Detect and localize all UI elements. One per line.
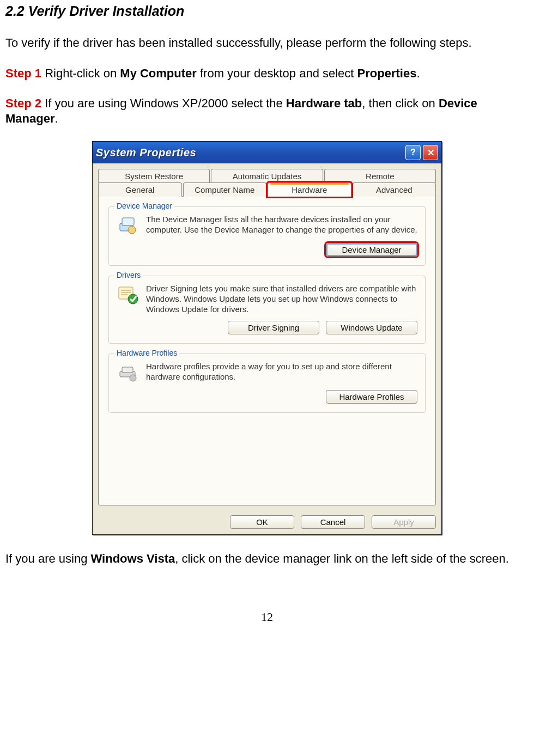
cancel-button[interactable]: Cancel — [301, 515, 365, 529]
section-heading: 2.2 Verify Driver Installation — [5, 3, 529, 19]
svg-point-7 — [130, 375, 136, 381]
group-hardware-profiles: Hardware Profiles Hardware profile — [108, 353, 426, 413]
svg-point-2 — [128, 226, 136, 234]
text-bold: My Computer — [120, 66, 197, 80]
tab-hardware-label: Hardware — [292, 185, 327, 194]
vista-paragraph: If you are using Windows Vista, click on… — [5, 551, 529, 566]
tab-computer-name[interactable]: Computer Name — [183, 182, 267, 197]
group-text: The Device Manager lists all the hardwar… — [146, 215, 417, 236]
tab-remote[interactable]: Remote — [324, 169, 436, 183]
ok-button[interactable]: OK — [230, 515, 294, 529]
xp-dialog: System Properties ? ✕ System Restore Aut… — [92, 141, 442, 535]
group-text: Driver Signing lets you make sure that i… — [146, 284, 417, 314]
text: , click on the device manager link on th… — [175, 552, 509, 565]
tab-automatic-updates[interactable]: Automatic Updates — [211, 169, 323, 183]
text-bold: Properties — [357, 66, 417, 80]
text: . — [54, 112, 58, 125]
text: Right-click on — [41, 66, 120, 80]
tab-advanced[interactable]: Advanced — [353, 182, 436, 197]
tab-general[interactable]: General — [98, 182, 182, 197]
apply-button[interactable]: Apply — [372, 515, 436, 529]
window-title: System Properties — [96, 147, 196, 159]
close-icon[interactable]: ✕ — [423, 145, 438, 160]
step-1-label: Step 1 — [5, 66, 41, 80]
text: , then click on — [362, 96, 439, 110]
text: If you are using Windows XP/2000 select … — [41, 96, 286, 110]
text: . — [416, 66, 420, 80]
text: from your desktop and select — [197, 66, 357, 80]
dialog-buttons: OK Cancel Apply — [93, 513, 441, 534]
tabs: System Restore Automatic Updates Remote … — [98, 169, 436, 505]
help-icon[interactable]: ? — [405, 145, 421, 160]
screenshot-system-properties: System Properties ? ✕ System Restore Aut… — [5, 141, 529, 535]
group-label: Hardware Profiles — [114, 349, 179, 357]
hardware-profiles-button[interactable]: Hardware Profiles — [326, 390, 417, 404]
driver-signing-button[interactable]: Driver Signing — [228, 321, 319, 334]
windows-update-button[interactable]: Windows Update — [326, 321, 417, 334]
group-device-manager: Device Manager The Device Manager — [108, 206, 426, 266]
text-bold: Hardware tab — [286, 96, 362, 110]
titlebar: System Properties ? ✕ — [93, 142, 441, 163]
step-1-paragraph: Step 1 Right-click on My Computer from y… — [5, 66, 529, 81]
tab-hardware[interactable]: Hardware — [268, 182, 351, 197]
tab-panel-hardware: Device Manager The Device Manager — [98, 196, 436, 505]
text-bold: Windows Vista — [91, 552, 175, 565]
text: If you are using — [5, 552, 91, 565]
device-manager-icon — [117, 215, 138, 236]
svg-point-4 — [128, 294, 138, 304]
device-manager-button[interactable]: Device Manager — [326, 243, 417, 257]
tab-system-restore[interactable]: System Restore — [98, 169, 210, 183]
group-label: Device Manager — [114, 202, 174, 210]
group-label: Drivers — [114, 271, 143, 279]
page-number: 12 — [5, 610, 529, 624]
svg-rect-1 — [122, 218, 134, 225]
intro-paragraph: To verify if the driver has been install… — [5, 35, 529, 51]
step-2-label: Step 2 — [5, 96, 41, 110]
group-drivers: Drivers Drive — [108, 276, 426, 344]
drivers-icon — [117, 284, 138, 306]
hardware-profiles-icon — [117, 362, 138, 383]
svg-rect-6 — [122, 367, 133, 373]
step-2-paragraph: Step 2 If you are using Windows XP/2000 … — [5, 96, 529, 126]
group-text: Hardware profiles provide a way for you … — [146, 362, 417, 383]
